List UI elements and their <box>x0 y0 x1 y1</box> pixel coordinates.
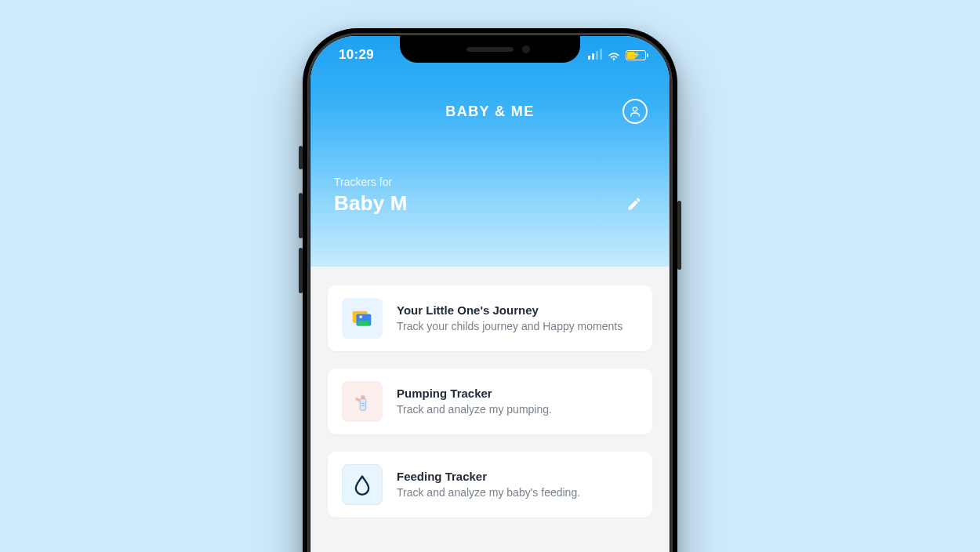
journey-icon <box>342 298 383 339</box>
trackers-for-label: Trackers for <box>334 176 408 188</box>
volume-up-button <box>299 193 303 238</box>
droplet-icon <box>342 464 383 505</box>
status-icons: ⚡ <box>588 50 646 60</box>
svg-rect-5 <box>360 398 366 410</box>
svg-point-4 <box>359 315 362 318</box>
tracker-card-journey[interactable]: Your Little One's Journey Track your chi… <box>328 285 652 351</box>
pump-icon <box>342 381 383 422</box>
volume-down-button <box>299 248 303 293</box>
baby-name: Baby M <box>334 191 408 216</box>
svg-rect-7 <box>361 403 365 404</box>
tracker-card-title: Feeding Tracker <box>397 470 638 483</box>
brand-row: BABY & ME <box>310 83 670 140</box>
profile-button[interactable] <box>622 99 648 124</box>
person-icon <box>629 105 641 118</box>
subheader: Trackers for Baby M <box>310 140 670 234</box>
power-button <box>677 201 681 270</box>
battery-icon: ⚡ <box>626 50 646 60</box>
tracker-card-desc: Track your childs journey and Happy mome… <box>397 319 638 334</box>
tracker-card-feeding[interactable]: Feeding Tracker Track and analyze my bab… <box>328 452 652 518</box>
cellular-signal-icon <box>588 50 602 60</box>
screen: 10:29 ⚡ <box>310 36 670 552</box>
tracker-card-pumping[interactable]: Pumping Tracker Track and analyze my pum… <box>328 369 652 434</box>
notch <box>400 36 580 63</box>
tracker-card-desc: Track and analyze my pumping. <box>397 402 638 417</box>
svg-point-0 <box>633 107 637 111</box>
tracker-card-title: Pumping Tracker <box>397 387 638 400</box>
phone-frame: 10:29 ⚡ <box>303 28 677 552</box>
front-camera <box>522 45 530 53</box>
tracker-card-title: Your Little One's Journey <box>397 303 638 317</box>
tracker-list: Your Little One's Journey Track your chi… <box>310 267 670 536</box>
wifi-icon <box>607 50 621 60</box>
tracker-card-desc: Track and analyze my baby's feeding. <box>397 485 638 500</box>
app-title: BABY & ME <box>445 104 534 120</box>
speaker-grill <box>466 47 514 52</box>
mute-switch <box>299 146 303 169</box>
svg-rect-8 <box>361 405 365 406</box>
svg-rect-6 <box>361 396 365 400</box>
status-time: 10:29 <box>339 47 374 63</box>
svg-rect-3 <box>358 321 369 326</box>
pencil-icon <box>626 196 642 212</box>
battery-charging-icon: ⚡ <box>632 52 641 59</box>
edit-button[interactable] <box>622 192 646 216</box>
